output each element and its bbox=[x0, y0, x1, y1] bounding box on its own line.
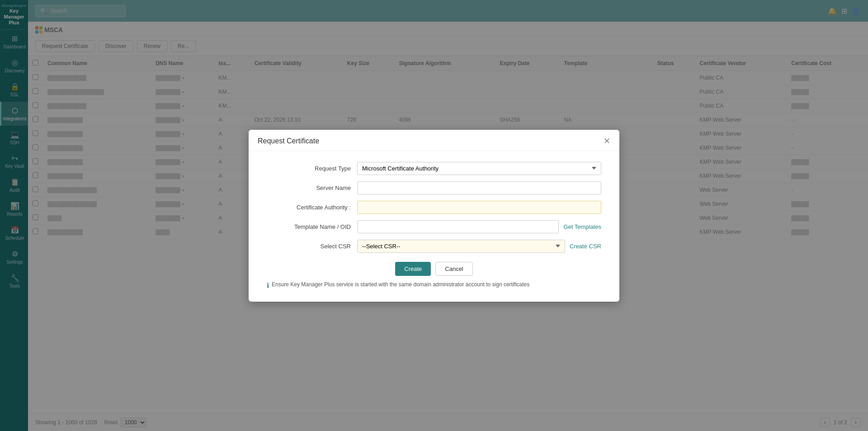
modal-title: Request Certificate bbox=[258, 137, 319, 145]
request-type-control: Microsoft Certificate Authority Let's En… bbox=[357, 162, 601, 175]
cert-authority-row: Certificate Authority : bbox=[267, 201, 601, 214]
cancel-button[interactable]: Cancel bbox=[435, 262, 472, 276]
server-name-label: Server Name bbox=[267, 185, 357, 191]
modal-body: Request Type Microsoft Certificate Autho… bbox=[249, 151, 619, 302]
cert-authority-label: Certificate Authority : bbox=[267, 204, 357, 211]
server-name-input[interactable] bbox=[357, 181, 601, 194]
server-name-row: Server Name bbox=[267, 181, 601, 194]
info-icon: ℹ bbox=[267, 282, 269, 289]
note-text: Ensure Key Manager Plus service is start… bbox=[272, 281, 529, 288]
modal-actions: Create Cancel bbox=[267, 262, 601, 276]
modal-close-button[interactable]: ✕ bbox=[604, 137, 610, 145]
modal-overlay[interactable]: Request Certificate ✕ Request Type Micro… bbox=[0, 0, 868, 431]
cert-authority-input[interactable] bbox=[357, 201, 601, 214]
get-templates-link[interactable]: Get Templates bbox=[563, 223, 601, 230]
select-csr-row: Select CSR --Select CSR-- Create CSR bbox=[267, 240, 601, 253]
select-csr-label: Select CSR bbox=[267, 243, 357, 250]
template-name-row: Template Name / OID Get Templates bbox=[267, 220, 601, 233]
template-name-input[interactable] bbox=[357, 220, 559, 233]
cert-authority-control bbox=[357, 201, 601, 214]
request-type-label: Request Type bbox=[267, 165, 357, 172]
create-csr-link[interactable]: Create CSR bbox=[570, 243, 601, 250]
template-name-control: Get Templates bbox=[357, 220, 601, 233]
template-name-label: Template Name / OID bbox=[267, 223, 357, 230]
create-button[interactable]: Create bbox=[395, 262, 431, 276]
select-csr-control: --Select CSR-- Create CSR bbox=[357, 240, 601, 253]
modal-note: ℹ Ensure Key Manager Plus service is sta… bbox=[267, 281, 601, 293]
request-type-select[interactable]: Microsoft Certificate Authority Let's En… bbox=[357, 162, 601, 175]
request-certificate-modal: Request Certificate ✕ Request Type Micro… bbox=[249, 130, 619, 302]
modal-header: Request Certificate ✕ bbox=[249, 130, 619, 151]
request-type-row: Request Type Microsoft Certificate Autho… bbox=[267, 162, 601, 175]
server-name-control bbox=[357, 181, 601, 194]
select-csr-select[interactable]: --Select CSR-- bbox=[357, 240, 565, 253]
